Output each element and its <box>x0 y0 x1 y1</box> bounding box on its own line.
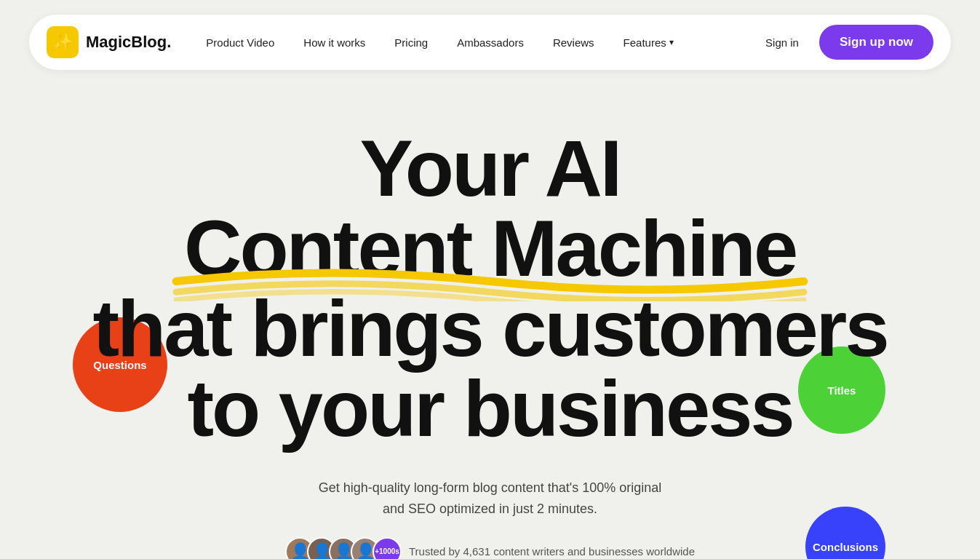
avatars: 👤 👤 👤 👤 +1000s <box>285 537 402 559</box>
sign-up-button[interactable]: Sign up now <box>819 25 933 60</box>
social-proof-text: Trusted by 4,631 content writers and bus… <box>409 545 695 558</box>
nav-links: Product Video How it works Pricing Ambas… <box>193 29 752 56</box>
navbar: ✨ MagicBlog. Product Video How it works … <box>29 15 951 70</box>
hero-section: Questions Titles Conclusions Your AI Con… <box>0 84 980 559</box>
nav-right: Sign in Sign up now <box>752 25 933 60</box>
social-proof: 👤 👤 👤 👤 +1000s Trusted by 4,631 content … <box>29 537 951 559</box>
hero-title-line1: Your AI <box>29 128 951 208</box>
logo[interactable]: ✨ MagicBlog. <box>47 26 171 58</box>
sign-in-link[interactable]: Sign in <box>752 29 812 56</box>
hero-title-line2: Content Machine <box>184 208 796 288</box>
avatar-count: +1000s <box>373 537 402 559</box>
nav-item-reviews[interactable]: Reviews <box>540 29 607 56</box>
underline-decoration <box>170 261 810 301</box>
nav-item-product-video[interactable]: Product Video <box>193 29 287 56</box>
hero-title-line4: to your business <box>29 368 951 448</box>
nav-item-how-it-works[interactable]: How it works <box>290 29 378 56</box>
nav-item-ambassadors[interactable]: Ambassadors <box>444 29 537 56</box>
logo-icon: ✨ <box>47 26 79 58</box>
nav-item-features[interactable]: Features ▾ <box>610 29 687 56</box>
hero-title: Your AI Content Machine that brings cust… <box>29 128 951 448</box>
nav-item-pricing[interactable]: Pricing <box>381 29 441 56</box>
logo-text: MagicBlog. <box>86 33 171 52</box>
chevron-down-icon: ▾ <box>669 37 674 47</box>
hero-content: Your AI Content Machine that brings cust… <box>0 84 980 559</box>
hero-subtitle: Get high-quality long-form blog content … <box>29 477 951 520</box>
